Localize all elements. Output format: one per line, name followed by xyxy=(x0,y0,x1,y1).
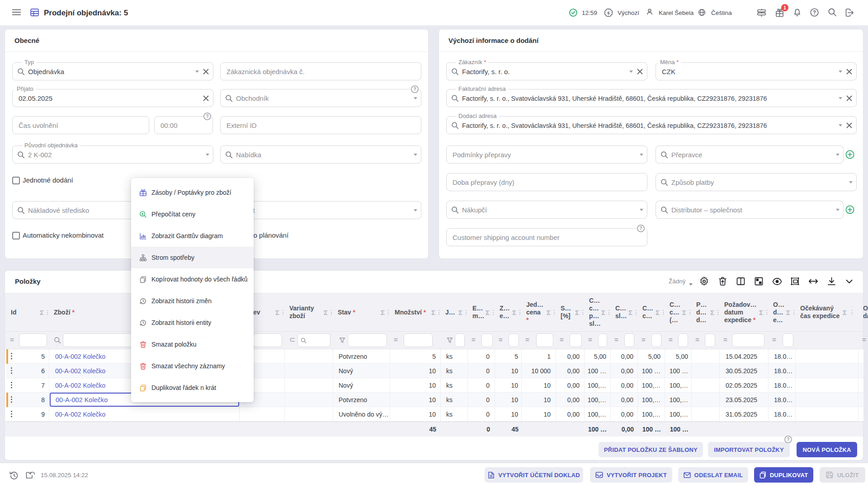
svg-text:?: ? xyxy=(787,436,789,442)
svg-text:?: ? xyxy=(206,113,208,119)
svg-text:$: $ xyxy=(142,212,144,216)
svg-text:?: ? xyxy=(413,86,416,92)
svg-text:?: ? xyxy=(639,225,642,231)
svg-text:$: $ xyxy=(607,10,610,15)
